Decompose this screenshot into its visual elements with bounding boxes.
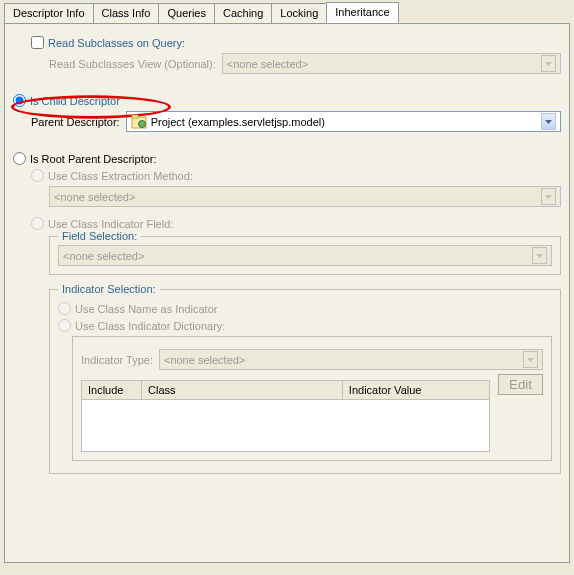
dictionary-fieldset: Indicator Type: <none selected> Include … bbox=[72, 336, 552, 461]
inheritance-panel: Read Subclasses on Query: Read Subclasse… bbox=[4, 23, 570, 563]
col-include: Include bbox=[82, 381, 142, 399]
read-subclasses-view-row: Read Subclasses View (Optional): <none s… bbox=[49, 53, 561, 74]
is-child-row: Is Child Descriptor bbox=[13, 94, 561, 107]
indicator-type-combo: <none selected> bbox=[159, 349, 543, 370]
use-indicator-field-row: Use Class Indicator Field: bbox=[31, 217, 561, 230]
parent-descriptor-row: Parent Descriptor: Project (examples.ser… bbox=[31, 111, 561, 132]
extraction-method-combo: <none selected> bbox=[49, 186, 561, 207]
combo-value: <none selected> bbox=[54, 191, 541, 203]
field-selection-fieldset: Field Selection: <none selected> bbox=[49, 236, 561, 275]
use-class-name-label: Use Class Name as Indicator bbox=[75, 303, 217, 315]
combo-value: <none selected> bbox=[63, 250, 532, 262]
read-subclasses-row: Read Subclasses on Query: bbox=[31, 36, 561, 49]
chevron-down-icon bbox=[541, 55, 556, 72]
chevron-down-icon bbox=[523, 351, 538, 368]
indicator-dictionary-table: Include Class Indicator Value bbox=[81, 380, 490, 452]
table-header: Include Class Indicator Value bbox=[82, 381, 489, 400]
use-dictionary-label: Use Class Indicator Dictionary: bbox=[75, 320, 225, 332]
combo-value: Project (examples.servletjsp.model) bbox=[151, 116, 541, 128]
is-root-radio[interactable] bbox=[13, 152, 26, 165]
read-subclasses-view-label: Read Subclasses View (Optional): bbox=[49, 58, 216, 70]
chevron-down-icon bbox=[541, 188, 556, 205]
indicator-type-label: Indicator Type: bbox=[81, 354, 153, 366]
dictionary-table-wrap: Include Class Indicator Value Edit bbox=[81, 374, 543, 452]
field-selection-combo: <none selected> bbox=[58, 245, 552, 266]
read-subclasses-view-combo[interactable]: <none selected> bbox=[222, 53, 561, 74]
parent-descriptor-combo[interactable]: Project (examples.servletjsp.model) bbox=[126, 111, 561, 132]
svg-point-2 bbox=[138, 120, 145, 127]
use-class-name-radio bbox=[58, 302, 71, 315]
edit-button: Edit bbox=[498, 374, 543, 395]
chevron-down-icon bbox=[532, 247, 547, 264]
parent-descriptor-label: Parent Descriptor: bbox=[31, 116, 120, 128]
chevron-down-icon bbox=[541, 113, 556, 130]
tab-class-info[interactable]: Class Info bbox=[93, 3, 160, 24]
col-class: Class bbox=[142, 381, 343, 399]
read-subclasses-label: Read Subclasses on Query: bbox=[48, 37, 185, 49]
use-dictionary-radio bbox=[58, 319, 71, 332]
tab-inheritance[interactable]: Inheritance bbox=[326, 2, 398, 23]
use-indicator-field-label: Use Class Indicator Field: bbox=[48, 218, 173, 230]
tab-queries[interactable]: Queries bbox=[158, 3, 215, 24]
indicator-selection-legend: Indicator Selection: bbox=[58, 283, 160, 295]
combo-value: <none selected> bbox=[227, 58, 541, 70]
use-extraction-label: Use Class Extraction Method: bbox=[48, 170, 193, 182]
tab-caching[interactable]: Caching bbox=[214, 3, 272, 24]
project-icon bbox=[131, 114, 147, 130]
is-child-radio[interactable] bbox=[13, 94, 26, 107]
tab-strip: Descriptor Info Class Info Queries Cachi… bbox=[4, 2, 574, 23]
use-dictionary-row: Use Class Indicator Dictionary: bbox=[58, 319, 552, 332]
tab-descriptor-info[interactable]: Descriptor Info bbox=[4, 3, 94, 24]
col-indicator-value: Indicator Value bbox=[343, 381, 489, 399]
extraction-combo-row: <none selected> bbox=[49, 186, 561, 207]
combo-value: <none selected> bbox=[164, 354, 523, 366]
is-root-row: Is Root Parent Descriptor: bbox=[13, 152, 561, 165]
is-root-label: Is Root Parent Descriptor: bbox=[30, 153, 157, 165]
indicator-type-row: Indicator Type: <none selected> bbox=[81, 349, 543, 370]
field-selection-legend: Field Selection: bbox=[58, 230, 141, 242]
use-indicator-field-radio bbox=[31, 217, 44, 230]
use-class-name-row: Use Class Name as Indicator bbox=[58, 302, 552, 315]
read-subclasses-checkbox[interactable] bbox=[31, 36, 44, 49]
svg-rect-1 bbox=[132, 115, 138, 118]
tab-locking[interactable]: Locking bbox=[271, 3, 327, 24]
use-extraction-row: Use Class Extraction Method: bbox=[31, 169, 561, 182]
is-child-label: Is Child Descriptor bbox=[30, 95, 120, 107]
indicator-selection-fieldset: Indicator Selection: Use Class Name as I… bbox=[49, 289, 561, 474]
use-extraction-radio bbox=[31, 169, 44, 182]
